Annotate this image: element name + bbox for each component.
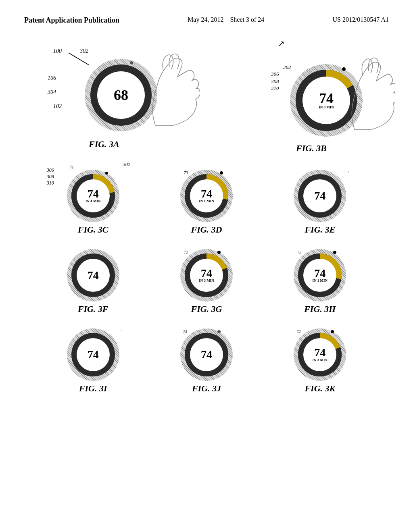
row-3: 74 FIG. 3F 72 74 IN 3 MIN FIG. 3G 73 [24,239,389,316]
dial-3j: 74 [180,328,233,381]
page-header: Patent Application Publication May 24, 2… [0,0,413,33]
dial-3h: 74 IN 1 MIN [294,249,346,301]
publication-title: Patent Application Publication [24,16,119,25]
fig-3d-label: FIG. 3D [191,224,222,235]
tick-3e: ' [348,170,349,175]
dial-3c: 74 IN 4 MIN [67,170,119,222]
dial-3e: 74 [294,170,346,222]
fig-3d-block: 73 74 IN 1 MIN FIG. 3D [166,162,247,235]
ann-73-3h: 73 [297,250,301,254]
fig-3h-label: FIG. 3H [304,304,336,314]
ann-302-3c: 302 [123,162,130,168]
fig-3a-container: 100 106 304 102 302 68 [28,37,202,158]
fig-3j-label: FIG. 3J [192,383,221,394]
ann-306-3c: 306 [47,167,54,173]
fig-3k-block: 72 74 IN 3 MIN FIG. 3K [280,320,360,394]
ann-71-3c: 71 [70,165,74,169]
fig-3a-label: FIG. 3A [89,139,119,150]
ann-306-3b: 306 [271,71,279,77]
fig-3h-block: 73 74 IN 1 MIN FIG. 3H [280,241,360,314]
fig-3i-block: ' 74 FIG. 3I [53,320,133,394]
fig-3e-label: FIG. 3E [305,224,335,235]
dial-3d: 74 IN 1 MIN [180,170,233,222]
fig-3f-block: 74 FIG. 3F [53,241,133,314]
ann-308-3c: 308 [47,174,54,180]
ann-310-3b: 310 [271,85,279,91]
fig-3g-label: FIG. 3G [191,304,222,314]
tick-3i: ' [121,329,121,334]
fig-3b-container: ↗ 302 306 308 310 68 74 IN 8 MIN [211,37,385,158]
hand-svg-3b [346,57,395,145]
ann-72-3k: 72 [296,329,300,334]
ann-106: 106 [48,75,56,81]
fig-3g-block: 72 74 IN 3 MIN FIG. 3G [166,241,247,314]
ann-72-3g: 72 [184,250,188,254]
patent-content: 100 106 304 102 302 68 [0,33,413,402]
row-4: ' 74 FIG. 3I 73 74 FIG. 3J [24,318,389,396]
ann-73-3j: 73 [183,329,187,334]
fig-3j-block: 73 74 FIG. 3J [166,320,247,394]
hand-svg-3a [143,53,200,145]
dial-3g: 74 IN 3 MIN [180,249,233,301]
ann-102: 102 [53,103,62,110]
fig-3e-block: ' 74 FIG. 3E [280,162,360,235]
fig-3i-label: FIG. 3I [79,383,107,394]
publication-number: US 2012/0130547 A1 [332,16,389,23]
dial-3f: 74 [67,249,119,301]
ann-310-3c: 310 [47,180,54,186]
curved-arrow-3b: ↗ [278,39,285,48]
dial-3i: 74 [67,328,119,381]
publication-date-sheet: May 24, 2012 Sheet 3 of 24 [188,16,264,23]
ann-73-3d: 73 [184,170,188,175]
dial-3k: 74 IN 3 MIN [294,328,346,381]
fig-3c-block: 306 308 310 302 71 74 IN 4 MIN FIG. 3C [53,162,133,235]
ann-304: 304 [48,89,56,96]
ann-308-3b: 308 [271,78,279,85]
fig-3f-label: FIG. 3F [78,304,108,314]
fig-3c-label: FIG. 3C [78,224,108,235]
fig-3b-label: FIG. 3B [296,143,327,154]
fig-3k-label: FIG. 3K [305,383,335,394]
row-2: 306 308 310 302 71 74 IN 4 MIN FIG. 3C 7… [24,160,389,237]
